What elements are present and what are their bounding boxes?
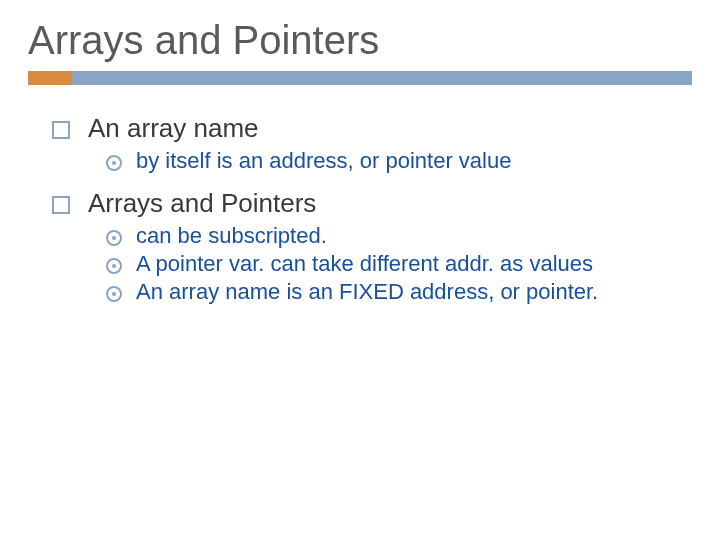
divider-main <box>72 71 692 85</box>
sub-list-item: can be subscripted. <box>106 223 692 249</box>
slide-content: An array name by itself is an address, o… <box>28 113 692 305</box>
sub-list: can be subscripted. A pointer var. can t… <box>52 223 692 305</box>
sub-list-item-label: can be subscripted. <box>136 223 327 249</box>
sub-list-item: A pointer var. can take different addr. … <box>106 251 692 277</box>
title-divider <box>28 71 692 85</box>
circle-bullet-icon <box>106 286 122 302</box>
list-item: An array name <box>52 113 692 144</box>
square-bullet-icon <box>52 121 70 139</box>
sub-list-item: An array name is an FIXED address, or po… <box>106 279 692 305</box>
sub-list-item: by itself is an address, or pointer valu… <box>106 148 692 174</box>
slide-title: Arrays and Pointers <box>28 18 692 63</box>
sub-list-item-label: An array name is an FIXED address, or po… <box>136 279 598 305</box>
circle-bullet-icon <box>106 155 122 171</box>
square-bullet-icon <box>52 196 70 214</box>
sub-list-item-label: by itself is an address, or pointer valu… <box>136 148 511 174</box>
sub-list: by itself is an address, or pointer valu… <box>52 148 692 174</box>
list-item-label: Arrays and Pointers <box>88 188 316 219</box>
sub-list-item-label: A pointer var. can take different addr. … <box>136 251 593 277</box>
slide: Arrays and Pointers An array name by its… <box>0 0 720 540</box>
circle-bullet-icon <box>106 258 122 274</box>
list-item-label: An array name <box>88 113 259 144</box>
circle-bullet-icon <box>106 230 122 246</box>
divider-accent <box>28 71 72 85</box>
list-item: Arrays and Pointers <box>52 188 692 219</box>
